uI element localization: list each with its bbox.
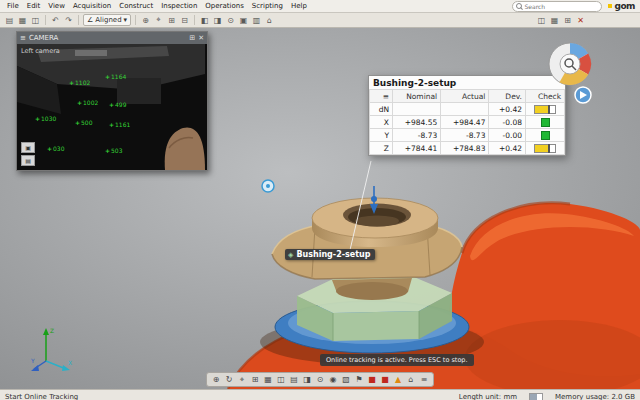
- vp-tool-view-icon[interactable]: ◫: [275, 374, 287, 385]
- menu-view[interactable]: View: [44, 2, 69, 10]
- vp-tool-clip-icon[interactable]: ◨: [301, 374, 313, 385]
- nominal-value: [393, 103, 441, 116]
- toolbar-icon-4[interactable]: ⊕: [140, 15, 151, 26]
- menu-inspection[interactable]: Inspection: [157, 2, 201, 10]
- table-row-x: X +984.55 +984.47 -0.08: [370, 116, 565, 129]
- x-axis-label: X: [68, 359, 72, 366]
- menu-scripting[interactable]: Scripting: [248, 2, 287, 10]
- gom-logo: gom: [608, 1, 635, 11]
- menu-file[interactable]: File: [3, 2, 23, 10]
- disc-element-icon[interactable]: [262, 180, 274, 192]
- close-panel-icon[interactable]: ✕: [198, 34, 204, 42]
- actual-value: +784.83: [441, 142, 489, 155]
- toolbar-icon-12[interactable]: ▥: [251, 15, 262, 26]
- menu-construct[interactable]: Construct: [115, 2, 157, 10]
- vp-tool-stop-icon[interactable]: ■: [379, 374, 391, 385]
- menu-help[interactable]: Help: [287, 2, 311, 10]
- toolbar-right-icon-1[interactable]: ◫: [536, 15, 547, 26]
- actual-value: [441, 103, 489, 116]
- toolbar-separator: [45, 15, 46, 25]
- start-online-tracking[interactable]: Start Online Tracking: [5, 393, 78, 400]
- actual-value: +984.47: [441, 116, 489, 129]
- search-icon: [516, 3, 522, 9]
- tracking-marker: 1164: [105, 74, 126, 80]
- alignment-dropdown[interactable]: ∠ Aligned ▾: [83, 14, 131, 26]
- vp-tool-target-icon[interactable]: ⌖: [236, 374, 248, 385]
- vp-tool-texture-icon[interactable]: ▧: [340, 374, 352, 385]
- vp-tool-pan-icon[interactable]: ⊕: [210, 374, 222, 385]
- toolbar-icon-1[interactable]: ▤: [4, 15, 15, 26]
- tracking-marker: 499: [109, 102, 126, 108]
- search-box[interactable]: [512, 1, 602, 12]
- toolbar-icon-8[interactable]: ◧: [199, 15, 210, 26]
- panel-menu-icon[interactable]: ≡: [20, 34, 26, 42]
- vp-tool-menu-icon[interactable]: ≡: [418, 374, 430, 385]
- vp-tool-camera-icon[interactable]: ◉: [327, 374, 339, 385]
- check-indicator: [526, 129, 565, 142]
- undo-icon[interactable]: ↶: [50, 15, 61, 26]
- toolbar-icon-5[interactable]: ⌖: [153, 15, 164, 26]
- menu-edit[interactable]: Edit: [23, 2, 45, 10]
- vp-tool-zoom-icon[interactable]: ⊞: [249, 374, 261, 385]
- toolbar-right-icon-3[interactable]: ⊞: [562, 15, 573, 26]
- vp-tool-shade-icon[interactable]: ⊙: [314, 374, 326, 385]
- wheel-center[interactable]: [560, 54, 580, 74]
- element-icon: ◈: [288, 251, 293, 259]
- camera-name-label: Left camera: [21, 47, 60, 55]
- vp-tool-rotate-icon[interactable]: ↻: [223, 374, 235, 385]
- vp-tool-select-icon[interactable]: ▦: [262, 374, 274, 385]
- camera-tool-icon-2[interactable]: ▤: [21, 155, 35, 166]
- menu-operations[interactable]: Operations: [201, 2, 247, 10]
- detach-panel-icon[interactable]: ⊞: [189, 34, 195, 42]
- toolbar-icon-13[interactable]: ⌂: [264, 15, 275, 26]
- vp-tool-record-icon[interactable]: ■: [366, 374, 378, 385]
- length-unit-label: Length unit: mm: [459, 393, 517, 400]
- vp-tool-grid-icon[interactable]: ▤: [288, 374, 300, 385]
- toolbar-icon-3[interactable]: ◫: [30, 15, 41, 26]
- row-label: dN: [370, 103, 393, 116]
- table-row-z: Z +784.41 +784.83 +0.42: [370, 142, 565, 155]
- vp-tool-flag-icon[interactable]: ⚑: [353, 374, 365, 385]
- tracking-marker: 1161: [109, 122, 130, 128]
- check-indicator: [526, 116, 565, 129]
- nominal-value: +984.55: [393, 116, 441, 129]
- memory-usage-label: Memory usage: 2.0 GB: [555, 393, 635, 400]
- tracking-marker: 1030: [35, 116, 56, 122]
- y-axis-label: Y: [30, 357, 35, 364]
- toolbar-icon-9[interactable]: ◨: [212, 15, 223, 26]
- navigation-wheel[interactable]: [546, 40, 594, 106]
- element-label-bushing[interactable]: ◈ Bushing-2-setup: [285, 249, 375, 260]
- deviation-value: -0.08: [489, 116, 526, 129]
- camera-tool-icon-1[interactable]: ▣: [21, 142, 35, 153]
- z-axis-label: Z: [50, 327, 54, 334]
- vp-tool-warning-icon[interactable]: ▲: [392, 374, 404, 385]
- search-input[interactable]: [524, 3, 598, 10]
- camera-panel-title: CAMERA: [29, 34, 59, 42]
- table-row-y: Y -8.73 -8.73 -0.00: [370, 129, 565, 142]
- tracking-status-toast: Online tracking is active. Press ESC to …: [320, 354, 474, 366]
- logo-dot-icon: [608, 4, 612, 8]
- camera-panel-titlebar[interactable]: ≡ CAMERA ⊞ ✕: [17, 32, 207, 44]
- measurement-popup: Bushing-2-setup ≡ Nominal Actual Dev. Ch…: [368, 75, 566, 156]
- toolbar-icon-11[interactable]: ▣: [238, 15, 249, 26]
- toolbar-separator: [194, 15, 195, 25]
- deviation-value: +0.42: [489, 103, 526, 116]
- toolbar-right-icon-2[interactable]: ▦: [549, 15, 560, 26]
- column-header-nominal: Nominal: [393, 90, 441, 103]
- deviation-value: +0.42: [489, 142, 526, 155]
- statusbar: Start Online Tracking Length unit: mm Me…: [0, 389, 640, 400]
- tracking-status-text: Online tracking is active. Press ESC to …: [326, 356, 468, 364]
- toolbar-icon-6[interactable]: ⊞: [166, 15, 177, 26]
- camera-live-image[interactable]: Left camera 1102 1164 1002 499 1030 500 …: [17, 44, 207, 170]
- redo-icon[interactable]: ↷: [63, 15, 74, 26]
- toolbar-separator: [78, 15, 79, 25]
- toolbar-icon-7[interactable]: ⊟: [179, 15, 190, 26]
- alignment-label: Aligned: [95, 16, 121, 24]
- toolbar-icon-10[interactable]: ⊙: [225, 15, 236, 26]
- vp-tool-home-icon[interactable]: ⌂: [405, 374, 417, 385]
- close-document-icon[interactable]: ✕: [575, 15, 586, 26]
- app-window: File Edit View Acquisition Construct Ins…: [0, 0, 640, 400]
- menu-acquisition[interactable]: Acquisition: [69, 2, 115, 10]
- toolbar-icon-2[interactable]: ▦: [17, 15, 28, 26]
- nominal-value: +784.41: [393, 142, 441, 155]
